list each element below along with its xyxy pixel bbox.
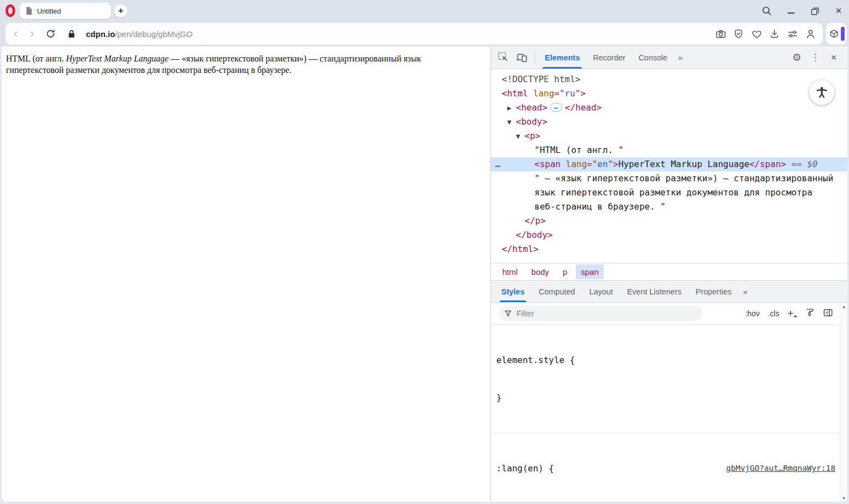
extensions-panel-button[interactable] xyxy=(826,23,847,45)
styles-filter-input[interactable] xyxy=(516,309,680,318)
breadcrumb-span[interactable]: span xyxy=(576,265,604,279)
dom-text-node[interactable]: "HTML (от англ. " xyxy=(491,143,847,157)
browser-window: Untitled + ✕ ‹ › xyxy=(0,0,849,504)
forward-button[interactable]: › xyxy=(24,24,40,44)
download-icon[interactable] xyxy=(768,28,780,40)
close-devtools-icon[interactable]: ✕ xyxy=(826,53,842,63)
funnel-filter-icon xyxy=(504,310,512,318)
devtools-panel: Elements Recorder Console » ⚙ ⋮ ✕ <!DOCT… xyxy=(491,46,847,502)
tab-layout[interactable]: Layout xyxy=(582,281,620,302)
sidebar-position-icon[interactable] xyxy=(823,308,833,320)
styles-rule-list: element.style { } gbMvjGO?aut…RmqnaWyr:1… xyxy=(491,325,840,502)
dom-body-open[interactable]: ▼<body> xyxy=(491,115,847,129)
accessibility-floating-button[interactable] xyxy=(809,80,834,105)
sidebar-accent-pill xyxy=(841,27,845,41)
settings-gear-icon[interactable]: ⚙ xyxy=(789,51,805,64)
styles-filter-pill[interactable] xyxy=(499,306,703,321)
dom-breadcrumb: html body p span xyxy=(491,263,847,280)
window-controls: ✕ xyxy=(761,0,845,22)
new-tab-button[interactable]: + xyxy=(114,4,127,17)
dom-p-open[interactable]: ▼<p> xyxy=(491,129,847,143)
address-toolbar: ‹ › cdpn.io/pen/debug/gbMvjGO xyxy=(0,22,849,46)
tune-sliders-icon[interactable] xyxy=(786,28,798,40)
tab-strip: Untitled + ✕ xyxy=(0,0,849,22)
dom-tree: <!DOCTYPE html> <html lang="ru"> ▶<head>… xyxy=(491,69,847,263)
dom-doctype[interactable]: <!DOCTYPE html> xyxy=(491,72,847,87)
dom-text-node[interactable]: веб-страниц в браузере. " xyxy=(491,200,847,214)
scroll-down-arrow-icon[interactable]: ▾ xyxy=(842,495,845,501)
snapshot-camera-icon[interactable] xyxy=(715,28,727,40)
css-property-name[interactable]: font-style xyxy=(510,501,563,502)
dollar-zero-flag: == $0 xyxy=(786,159,817,169)
web-page-viewport: HTML (от англ. HyperText Markup Language… xyxy=(2,46,490,502)
dom-head[interactable]: ▶<head>…</head> xyxy=(491,101,847,115)
page-icon xyxy=(25,7,33,15)
lock-icon[interactable] xyxy=(65,28,77,40)
url-text[interactable]: cdpn.io/pen/debug/gbMvjGO xyxy=(86,29,193,39)
restore-button[interactable] xyxy=(809,5,821,17)
address-bar[interactable]: ‹ › cdpn.io/pen/debug/gbMvjGO xyxy=(5,23,823,45)
styles-filter-row: :hov .cls + xyxy=(491,303,847,325)
inspect-element-icon[interactable] xyxy=(494,46,513,69)
dom-text-node[interactable]: язык гипертекстовой разметки документов … xyxy=(491,186,847,200)
tab-event-listeners[interactable]: Event Listeners xyxy=(620,281,688,302)
minimize-button[interactable] xyxy=(785,5,797,17)
url-path: /pen/debug/gbMvjGO xyxy=(115,29,193,39)
dom-text-node[interactable]: " — «язык гипертекстовой разметки») — ст… xyxy=(491,171,847,186)
breadcrumb-body[interactable]: body xyxy=(526,265,554,279)
rendering-brush-icon[interactable] xyxy=(805,308,815,319)
scroll-up-arrow-icon[interactable]: ▴ xyxy=(842,304,845,309)
tab-elements[interactable]: Elements xyxy=(538,46,586,69)
toggle-class-button[interactable]: .cls xyxy=(768,309,779,318)
tab-computed[interactable]: Computed xyxy=(532,281,582,302)
device-toolbar-icon[interactable] xyxy=(513,46,531,69)
breadcrumb-html[interactable]: html xyxy=(497,265,522,279)
heart-icon[interactable] xyxy=(750,28,762,40)
collapse-arrow-icon[interactable]: ▼ xyxy=(507,115,516,130)
cube-icon xyxy=(829,29,839,39)
styles-pane-wrapper: :hov .cls + xyxy=(491,303,847,502)
dom-p-close[interactable]: </p> xyxy=(491,214,847,228)
close-window-button[interactable]: ✕ xyxy=(833,5,845,17)
styles-tab-bar: Styles Computed Layout Event Listeners P… xyxy=(491,280,847,303)
css-property-value[interactable]: italic; xyxy=(574,501,610,502)
dom-body-close[interactable]: </body> xyxy=(491,228,847,242)
rule-lang-en[interactable]: gbMvjGO?aut…RmqnaWyr:18:lang(en) { font-… xyxy=(491,433,840,502)
stylesheet-source-link[interactable]: gbMvjGO?aut…RmqnaWyr:18 xyxy=(726,462,835,475)
collapse-arrow-icon[interactable]: ▼ xyxy=(516,130,525,144)
row-kebab-icon[interactable]: … xyxy=(495,157,501,171)
dom-html-close[interactable]: </html> xyxy=(491,242,847,256)
address-bar-actions xyxy=(715,28,823,40)
tab-recorder[interactable]: Recorder xyxy=(586,46,632,69)
more-options-kebab-icon[interactable]: ⋮ xyxy=(807,52,823,63)
paragraph-text-italic: HyperText Markup Language xyxy=(66,54,169,63)
breadcrumb-p[interactable]: p xyxy=(558,265,572,279)
browser-tab[interactable]: Untitled xyxy=(20,3,111,19)
new-style-rule-button[interactable]: + xyxy=(788,308,797,319)
back-button[interactable]: ‹ xyxy=(8,24,24,44)
shield-check-icon[interactable] xyxy=(733,28,745,40)
tab-title: Untitled xyxy=(37,7,61,15)
content-area: HTML (от англ. HyperText Markup Language… xyxy=(2,46,847,502)
paragraph-text-pre: HTML (от англ. xyxy=(6,54,66,63)
profile-person-icon[interactable] xyxy=(804,28,816,40)
tab-styles[interactable]: Styles xyxy=(494,281,532,302)
dom-span-selected-row[interactable]: …<span lang="en">HyperText Markup Langua… xyxy=(491,157,847,171)
reload-button[interactable] xyxy=(45,28,57,40)
tab-properties[interactable]: Properties xyxy=(688,281,739,302)
page-paragraph: HTML (от англ. HyperText Markup Language… xyxy=(2,46,437,76)
tab-console[interactable]: Console xyxy=(632,46,674,69)
inline-expand-badge[interactable]: … xyxy=(550,103,562,112)
toggle-hover-state-button[interactable]: :hov xyxy=(745,309,759,318)
search-icon[interactable] xyxy=(761,5,773,17)
more-tabs-chevron[interactable]: » xyxy=(674,46,688,69)
devtools-toolbar: Elements Recorder Console » ⚙ ⋮ ✕ xyxy=(491,46,847,69)
opera-logo-icon[interactable] xyxy=(5,4,15,17)
dom-html-open[interactable]: <html lang="ru"> xyxy=(491,87,847,101)
expand-arrow-icon[interactable]: ▶ xyxy=(507,101,516,115)
rule-element-style[interactable]: element.style { } xyxy=(491,325,840,433)
more-style-tabs-chevron[interactable]: » xyxy=(739,281,753,302)
accessibility-person-icon xyxy=(815,85,829,100)
url-host: cdpn.io xyxy=(86,29,115,39)
styles-scrollbar[interactable]: ▴ ▾ xyxy=(840,303,847,502)
